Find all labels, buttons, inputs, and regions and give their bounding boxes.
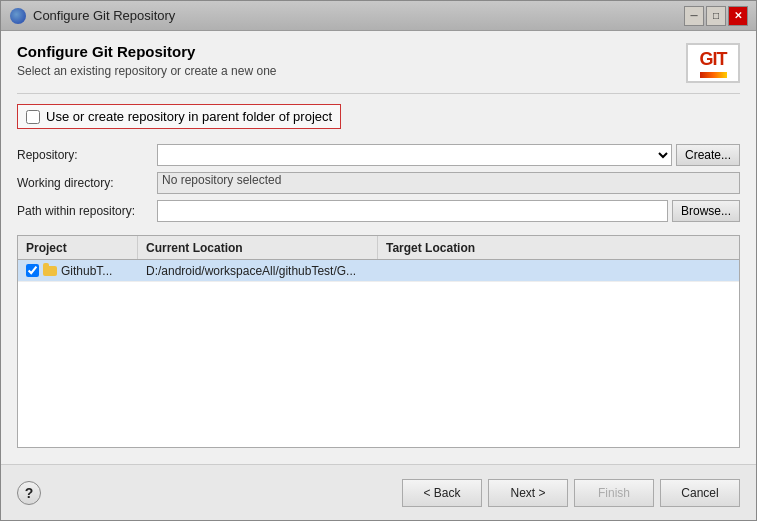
dialog-content: Configure Git Repository Select an exist… <box>1 31 756 456</box>
dialog-title-section: Configure Git Repository Select an exist… <box>17 43 676 78</box>
row-checkbox[interactable] <box>26 264 39 277</box>
folder-icon <box>43 266 57 276</box>
git-logo-text: GIT <box>700 49 727 70</box>
finish-button[interactable]: Finish <box>574 479 654 507</box>
projects-table: Project Current Location Target Location… <box>17 235 740 448</box>
browse-button[interactable]: Browse... <box>672 200 740 222</box>
form-section: Repository: Create... Working directory:… <box>17 141 740 225</box>
dialog-header: Configure Git Repository Select an exist… <box>17 43 740 83</box>
title-bar-left: Configure Git Repository <box>9 7 175 25</box>
table-body: GithubT... D:/android/workspaceAll/githu… <box>18 260 739 447</box>
column-project: Project <box>18 236 138 259</box>
maximize-button[interactable]: □ <box>706 6 726 26</box>
path-within-label: Path within repository: <box>17 204 157 218</box>
column-target-location: Target Location <box>378 236 739 259</box>
git-logo-inner: GIT <box>700 49 727 78</box>
title-buttons: ─ □ ✕ <box>684 6 748 26</box>
create-button[interactable]: Create... <box>676 144 740 166</box>
working-directory-row: Working directory: No repository selecte… <box>17 169 740 197</box>
dialog-title: Configure Git Repository <box>17 43 676 60</box>
git-logo-bar <box>700 72 727 78</box>
target-location-cell <box>378 260 739 281</box>
column-current-location: Current Location <box>138 236 378 259</box>
git-logo: GIT <box>686 43 740 83</box>
dialog-subtitle: Select an existing repository or create … <box>17 64 676 78</box>
current-location-cell: D:/android/workspaceAll/githubTest/G... <box>138 260 378 281</box>
repository-row: Repository: Create... <box>17 141 740 169</box>
bottom-bar: ? < Back Next > Finish Cancel <box>1 464 756 520</box>
eclipse-app-icon <box>9 7 27 25</box>
repository-label: Repository: <box>17 148 157 162</box>
help-button[interactable]: ? <box>17 481 41 505</box>
window-title: Configure Git Repository <box>33 8 175 23</box>
working-directory-value: No repository selected <box>157 172 740 194</box>
path-within-input-group: Browse... <box>157 200 740 222</box>
parent-folder-checkbox[interactable] <box>26 110 40 124</box>
parent-folder-label[interactable]: Use or create repository in parent folde… <box>46 109 332 124</box>
project-cell: GithubT... <box>18 260 138 281</box>
path-within-input[interactable] <box>157 200 668 222</box>
working-directory-label: Working directory: <box>17 176 157 190</box>
repository-select[interactable] <box>157 144 672 166</box>
window: Configure Git Repository ─ □ ✕ Configure… <box>0 0 757 521</box>
repository-input-group: Create... <box>157 144 740 166</box>
working-directory-input-group: No repository selected <box>157 172 740 194</box>
minimize-button[interactable]: ─ <box>684 6 704 26</box>
path-within-row: Path within repository: Browse... <box>17 197 740 225</box>
nav-buttons: < Back Next > Finish Cancel <box>402 479 740 507</box>
next-button[interactable]: Next > <box>488 479 568 507</box>
back-button[interactable]: < Back <box>402 479 482 507</box>
project-name: GithubT... <box>61 264 112 278</box>
separator <box>17 93 740 94</box>
checkbox-row: Use or create repository in parent folde… <box>17 104 341 129</box>
title-bar: Configure Git Repository ─ □ ✕ <box>1 1 756 31</box>
cancel-button[interactable]: Cancel <box>660 479 740 507</box>
close-button[interactable]: ✕ <box>728 6 748 26</box>
table-row[interactable]: GithubT... D:/android/workspaceAll/githu… <box>18 260 739 282</box>
table-header: Project Current Location Target Location <box>18 236 739 260</box>
